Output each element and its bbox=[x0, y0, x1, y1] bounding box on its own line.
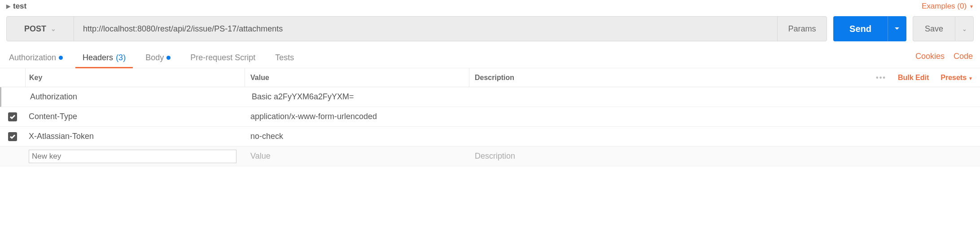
header-value[interactable]: Basic a2FyYXM6a2FyYXM= bbox=[246, 87, 471, 107]
examples-dropdown[interactable]: Examples (0) ▼ bbox=[922, 2, 974, 11]
more-icon[interactable]: ••• bbox=[876, 74, 886, 82]
save-dropdown[interactable]: ⌄ bbox=[955, 16, 974, 41]
checkbox-checked-icon[interactable] bbox=[8, 112, 17, 121]
header-key[interactable]: Authorization bbox=[26, 87, 246, 107]
tab-headers[interactable]: Headers (3) bbox=[81, 49, 127, 68]
header-row[interactable]: Authorization Basic a2FyYXM6a2FyYXM= bbox=[0, 87, 980, 107]
request-name: test bbox=[13, 2, 26, 11]
chevron-down-icon: ⌄ bbox=[51, 25, 56, 32]
header-key[interactable]: Content-Type bbox=[25, 107, 245, 126]
header-description[interactable] bbox=[469, 107, 863, 126]
presets-dropdown[interactable]: Presets▼ bbox=[941, 74, 973, 82]
params-button[interactable]: Params bbox=[777, 17, 827, 41]
bulk-edit-link[interactable]: Bulk Edit bbox=[898, 74, 929, 82]
header-value[interactable]: application/x-www-form-urlencoded bbox=[245, 107, 469, 126]
chevron-down-icon: ⌄ bbox=[962, 26, 967, 32]
send-button[interactable]: Send bbox=[833, 16, 888, 41]
save-button[interactable]: Save bbox=[913, 16, 955, 41]
column-header-description: Description bbox=[469, 68, 863, 87]
header-value[interactable]: no-check bbox=[245, 127, 469, 146]
checkbox-checked-icon[interactable] bbox=[8, 132, 17, 141]
chevron-down-icon: ▼ bbox=[968, 76, 973, 81]
header-key[interactable]: X-Atlassian-Token bbox=[25, 127, 245, 146]
http-method-select[interactable]: POST ⌄ bbox=[7, 17, 74, 41]
column-header-value: Value bbox=[245, 68, 469, 87]
caret-right-icon: ▶ bbox=[6, 3, 10, 9]
send-dropdown[interactable] bbox=[888, 16, 906, 41]
breadcrumb[interactable]: ▶ test bbox=[6, 2, 26, 11]
tab-body[interactable]: Body bbox=[144, 49, 172, 68]
tab-authorization[interactable]: Authorization bbox=[7, 49, 65, 68]
new-value-placeholder[interactable]: Value bbox=[250, 151, 271, 161]
new-key-input[interactable] bbox=[29, 150, 236, 163]
column-header-key: Key bbox=[25, 68, 245, 87]
header-description[interactable] bbox=[469, 127, 863, 146]
code-link[interactable]: Code bbox=[954, 52, 973, 61]
chevron-down-icon bbox=[894, 27, 900, 31]
cookies-link[interactable]: Cookies bbox=[915, 52, 945, 61]
tab-prerequest[interactable]: Pre-request Script bbox=[188, 49, 257, 68]
dot-indicator-icon bbox=[59, 56, 63, 60]
header-row[interactable]: X-Atlassian-Token no-check bbox=[0, 127, 980, 147]
chevron-down-icon: ▼ bbox=[969, 4, 974, 9]
new-header-row[interactable]: Value Description bbox=[0, 147, 980, 166]
url-input[interactable] bbox=[74, 17, 777, 41]
new-description-placeholder[interactable]: Description bbox=[475, 151, 515, 161]
tab-tests[interactable]: Tests bbox=[273, 49, 296, 68]
header-row[interactable]: Content-Type application/x-www-form-urle… bbox=[0, 107, 980, 127]
header-description[interactable] bbox=[471, 87, 863, 107]
dot-indicator-icon bbox=[166, 56, 171, 60]
